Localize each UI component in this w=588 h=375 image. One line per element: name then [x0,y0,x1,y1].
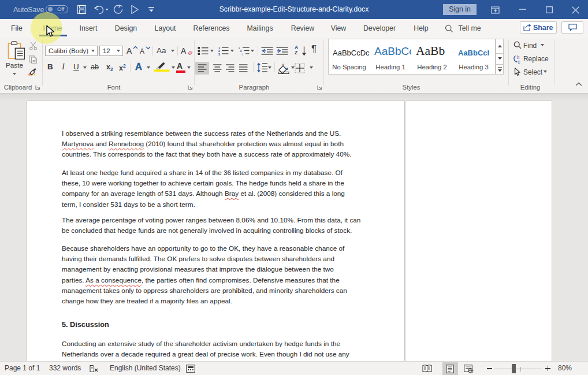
svg-text:c: c [518,59,520,64]
svg-text:i: i [242,53,243,56]
svg-text:3: 3 [218,53,220,56]
